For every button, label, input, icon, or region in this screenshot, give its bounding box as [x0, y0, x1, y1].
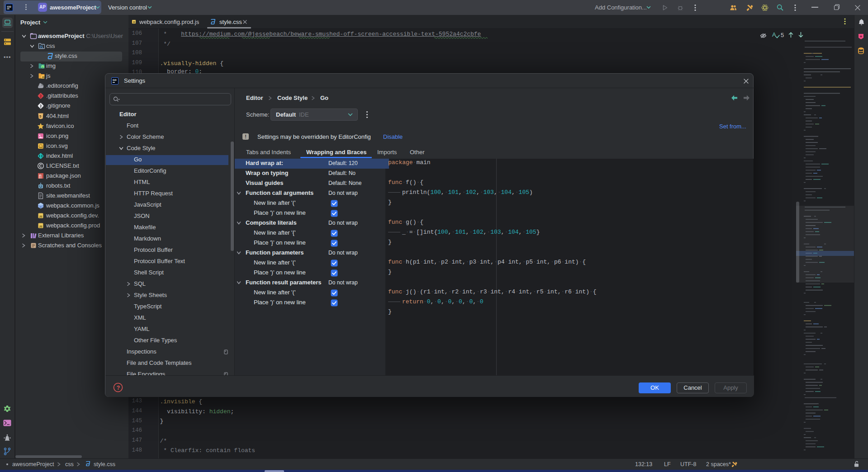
svg-text:JS: JS [133, 21, 135, 24]
svg-text:JS: JS [39, 225, 42, 228]
svg-text:JS: JS [42, 76, 45, 79]
svg-text:GO: GO [113, 79, 117, 81]
svg-text:SVG: SVG [39, 146, 43, 149]
svg-text:JS: JS [39, 215, 42, 218]
svg-text:5: 5 [39, 114, 41, 118]
svg-text:?: ? [117, 385, 120, 391]
svg-text:GO: GO [7, 5, 11, 8]
